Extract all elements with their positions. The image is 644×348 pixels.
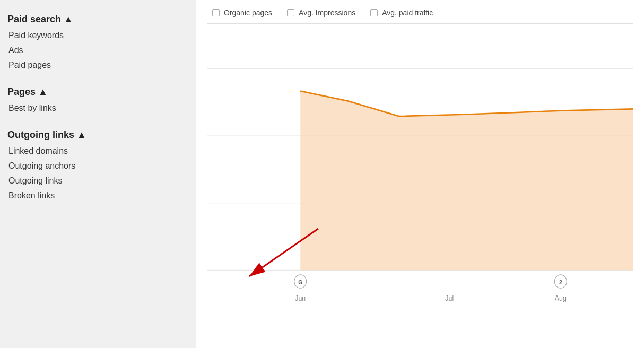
chart-area: G Jun Jul 2 Aug <box>207 23 633 337</box>
sidebar-item-paid-pages[interactable]: Paid pages <box>7 58 188 73</box>
sidebar-item-paid-keywords[interactable]: Paid keywords <box>7 28 188 43</box>
chart-legend: Organic pages Avg. Impressions Avg. paid… <box>207 8 633 17</box>
section-header-pages[interactable]: Pages ▲ <box>7 86 188 98</box>
main-content: Organic pages Avg. Impressions Avg. paid… <box>196 0 644 348</box>
checkbox-avg-impressions[interactable] <box>287 9 294 16</box>
svg-text:Jun: Jun <box>295 294 306 303</box>
sidebar: Paid search ▲ Paid keywords Ads Paid pag… <box>0 0 196 348</box>
svg-text:Aug: Aug <box>555 294 567 303</box>
sidebar-item-outgoing-anchors[interactable]: Outgoing anchors <box>7 159 188 173</box>
legend-label-organic-pages: Organic pages <box>224 8 272 17</box>
sidebar-item-ads[interactable]: Ads <box>7 43 188 58</box>
svg-text:G: G <box>298 279 302 285</box>
svg-text:Jul: Jul <box>445 294 454 303</box>
section-header-paid-search[interactable]: Paid search ▲ <box>7 14 188 25</box>
legend-item-avg-paid-traffic[interactable]: Avg. paid traffic <box>370 8 433 17</box>
legend-item-avg-impressions[interactable]: Avg. Impressions <box>287 8 355 17</box>
sidebar-item-outgoing-links[interactable]: Outgoing links <box>7 173 188 188</box>
checkbox-organic-pages[interactable] <box>212 9 220 16</box>
legend-label-avg-impressions: Avg. Impressions <box>299 8 355 17</box>
section-header-outgoing-links[interactable]: Outgoing links ▲ <box>7 129 188 141</box>
chart-svg: G Jun Jul 2 Aug <box>207 24 633 337</box>
sidebar-item-broken-links[interactable]: Broken links <box>7 188 188 203</box>
sidebar-item-best-by-links[interactable]: Best by links <box>7 101 188 116</box>
checkbox-avg-paid-traffic[interactable] <box>370 9 378 16</box>
svg-text:2: 2 <box>559 279 562 285</box>
svg-marker-4 <box>300 91 633 271</box>
legend-label-avg-paid-traffic: Avg. paid traffic <box>382 8 433 17</box>
sidebar-item-linked-domains[interactable]: Linked domains <box>7 144 188 159</box>
legend-item-organic-pages[interactable]: Organic pages <box>212 8 272 17</box>
